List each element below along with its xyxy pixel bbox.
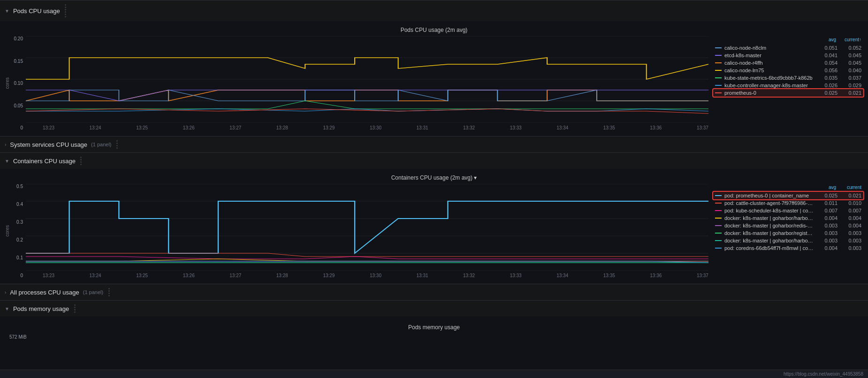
legend-color-registry (715, 233, 722, 234)
containers-cpu-ytick-1: 0.5 (16, 184, 23, 189)
legend-avg-kube-state: 0.035 (816, 75, 838, 81)
legend-color-redis (715, 225, 722, 226)
legend-item-kube-controller[interactable]: kube-controller-manager-k8s-master 0.026… (713, 82, 863, 89)
pods-memory-header[interactable]: ▼ Pods memory usage (0, 301, 868, 317)
legend-avg-etcd: 0.041 (816, 53, 838, 58)
legend-color-adminserver (715, 240, 722, 241)
pods-cpu-ytick-2: 0.15 (14, 59, 23, 64)
legend-color-coredns (715, 248, 722, 249)
legend-color-harbor-db (715, 218, 722, 219)
legend-name-kube-scheduler: pod: kube-scheduler-k8s-master | contain… (724, 208, 814, 213)
pods-cpu-xtick: 13:35 (603, 125, 615, 130)
containers-cpu-legend-header: avg current (713, 184, 863, 191)
legend-item-calico-r4ffh[interactable]: calico-node-r4ffh 0.054 0.045 (713, 59, 863, 67)
legend-item-kube-scheduler[interactable]: pod: kube-scheduler-k8s-master | contain… (713, 207, 863, 214)
pods-cpu-drag[interactable] (64, 3, 68, 18)
pods-cpu-ytick-5: 0 (20, 125, 23, 130)
legend-cur-kube-state: 0.037 (840, 75, 861, 81)
legend-color-kube-state (715, 77, 722, 78)
pods-cpu-legend-header: avg current↑ (713, 36, 863, 43)
containers-cpu-svg (26, 184, 708, 271)
legend-avg-calico-n8clm: 0.051 (816, 45, 838, 51)
legend-cur-calico-n8clm: 0.052 (840, 45, 861, 51)
containers-cpu-legend-current-label: current (838, 185, 861, 190)
containers-cpu-title: Containers CPU usage (13, 158, 76, 165)
pods-cpu-header[interactable]: ▼ Pods CPU usage (0, 0, 868, 21)
legend-avg-calico-r4ffh: 0.054 (816, 60, 838, 66)
legend-color-kube-scheduler (715, 210, 722, 211)
containers-cpu-header[interactable]: ▼ Containers CPU usage (0, 153, 868, 169)
pods-cpu-xtick: 13:29 (323, 125, 335, 130)
legend-name-adminserver: docker: k8s-master | goharbor/harbor-adm… (724, 238, 814, 243)
all-processes-header[interactable]: › All processes CPU usage (1 panel) (0, 284, 868, 300)
legend-cur-prometheus: 0.021 (840, 90, 861, 96)
legend-avg-harbor-db: 0.004 (816, 215, 838, 221)
containers-cpu-xtick: 13:35 (603, 273, 615, 278)
all-processes-drag[interactable] (107, 287, 111, 297)
legend-cur-registry: 0.003 (840, 230, 861, 236)
containers-cpu-svg-wrapper: 13:23 13:24 13:25 13:26 13:27 13:28 13:2… (26, 184, 708, 278)
legend-item-cattle[interactable]: pod: cattle-cluster-agent-7f97ff6986-75i… (713, 199, 863, 207)
legend-item-coredns[interactable]: pod: coredns-66db54ff7f-m8mwl | containe… (713, 244, 863, 252)
all-processes-section: › All processes CPU usage (1 panel) (0, 284, 868, 300)
legend-avg-prometheus-container: 0.025 (816, 193, 838, 198)
legend-item-kube-state[interactable]: kube-state-metrics-6bcd9cbbb7-k862b 0.03… (713, 74, 863, 82)
pods-cpu-yaxis-wrapper: cores 0.20 0.15 0.10 0.05 0 (5, 36, 26, 130)
legend-item-etcd[interactable]: etcd-k8s-master 0.041 0.045 (713, 52, 863, 59)
legend-cur-kube-controller: 0.029 (840, 83, 861, 88)
pods-cpu-legend-avg-label: avg (813, 37, 836, 42)
legend-cur-calico-lrn75: 0.040 (840, 68, 861, 73)
containers-cpu-ytick-5: 0.1 (16, 255, 23, 260)
pods-cpu-chart-title: Pods CPU usage (2m avg) (5, 27, 863, 33)
legend-item-adminserver[interactable]: docker: k8s-master | goharbor/harbor-adm… (713, 237, 863, 244)
containers-cpu-xtick: 13:28 (276, 273, 288, 278)
containers-cpu-xtick: 13:29 (323, 273, 335, 278)
pods-cpu-chart-yaxis: cores 0.20 0.15 0.10 0.05 0 (5, 36, 708, 130)
pods-cpu-xtick: 13:30 (370, 125, 381, 130)
legend-name-calico-r4ffh: calico-node-r4ffh (724, 60, 814, 66)
pods-cpu-xtick: 13:25 (136, 125, 148, 130)
system-services-drag[interactable] (115, 139, 119, 150)
system-services-title: System services CPU usage (10, 141, 87, 148)
pods-cpu-xtick: 13:36 (650, 125, 662, 130)
containers-cpu-ytick-4: 0.2 (16, 237, 23, 242)
containers-cpu-xaxis: 13:23 13:24 13:25 13:26 13:27 13:28 13:2… (26, 272, 708, 278)
legend-name-redis: docker: k8s-master | goharbor/redis-phot… (724, 223, 814, 228)
legend-item-calico-lrn75[interactable]: calico-node-lrn75 0.056 0.040 (713, 67, 863, 74)
pods-cpu-svg (26, 36, 708, 123)
legend-item-harbor-db[interactable]: docker: k8s-master | goharbor/harbor-db:… (713, 214, 863, 222)
pods-cpu-xtick: 13:26 (183, 125, 195, 130)
legend-avg-cattle: 0.011 (816, 200, 838, 206)
legend-name-kube-controller: kube-controller-manager-k8s-master (724, 83, 814, 88)
legend-color-prometheus-container (715, 195, 722, 196)
legend-item-redis[interactable]: docker: k8s-master | goharbor/redis-phot… (713, 222, 863, 229)
all-processes-chevron: › (5, 290, 6, 295)
pods-cpu-xaxis: 13:23 13:24 13:25 13:26 13:27 13:28 13:2… (26, 124, 708, 130)
system-services-header[interactable]: › System services CPU usage (1 panel) (0, 136, 868, 152)
legend-color-etcd (715, 55, 722, 56)
containers-cpu-section: ▼ Containers CPU usage Containers CPU us… (0, 152, 868, 284)
legend-item-calico-n8clm[interactable]: calico-node-n8clm 0.051 0.052 (713, 44, 863, 52)
all-processes-subtitle: (1 panel) (83, 289, 103, 295)
legend-item-registry[interactable]: docker: k8s-master | goharbor/registry-p… (713, 229, 863, 237)
legend-name-prometheus-container: pod: prometheus-0 | container_name (724, 193, 814, 198)
legend-cur-harbor-db: 0.004 (840, 215, 861, 221)
containers-cpu-ytick-3: 0.3 (16, 219, 23, 225)
legend-cur-kube-scheduler: 0.007 (840, 208, 861, 213)
pods-memory-partial: Pods memory usage 572 MiB (0, 320, 868, 341)
pods-cpu-legend-current-label: current↑ (838, 37, 861, 42)
pods-cpu-xtick: 13:37 (697, 125, 708, 130)
legend-cur-adminserver: 0.003 (840, 238, 861, 243)
system-services-chevron: › (5, 142, 6, 147)
containers-cpu-xtick: 13:34 (556, 273, 568, 278)
pods-memory-drag[interactable] (73, 303, 76, 314)
legend-item-prometheus-container[interactable]: pod: prometheus-0 | container_name 0.025… (713, 192, 863, 199)
pods-cpu-chart-container: Pods CPU usage (2m avg) cores 0.20 0.15 … (0, 25, 868, 132)
legend-avg-registry: 0.003 (816, 230, 838, 236)
containers-cpu-drag[interactable] (79, 156, 83, 166)
pods-memory-chevron: ▼ (5, 306, 9, 311)
pods-cpu-xtick: 13:27 (229, 125, 241, 130)
containers-cpu-xtick: 13:24 (90, 273, 101, 278)
pods-cpu-yaxis-label: cores (5, 77, 10, 89)
legend-item-prometheus[interactable]: prometheus-0 0.025 0.021 (713, 89, 863, 97)
